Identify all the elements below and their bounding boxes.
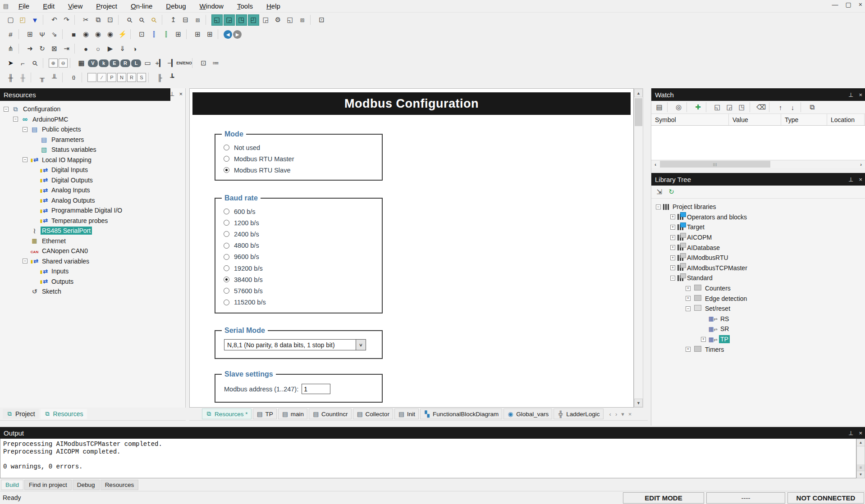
fast-build-icon[interactable]: ⚡ bbox=[117, 29, 128, 40]
step-into-icon[interactable]: ⇓ bbox=[117, 43, 128, 54]
output-log[interactable]: Preprocessing AIModbusTCPMaster complete… bbox=[0, 439, 856, 478]
document-tab[interactable]: CountIncr bbox=[309, 409, 352, 419]
tree-expander-icon[interactable]: + bbox=[670, 265, 675, 270]
copy-icon[interactable]: ⧉ bbox=[92, 14, 104, 26]
export-icon[interactable]: ↥ bbox=[168, 14, 179, 26]
output-tab[interactable]: Build bbox=[1, 480, 23, 490]
tree-expander-icon[interactable]: + bbox=[670, 225, 675, 230]
watch-properties-icon[interactable]: ▤ bbox=[654, 102, 665, 113]
document-tab[interactable]: Resources * bbox=[202, 409, 252, 419]
scroll-up-icon[interactable]: ▲ bbox=[634, 89, 643, 97]
move-up-icon[interactable]: ↑ bbox=[775, 102, 786, 113]
variable-block-icon[interactable]: V bbox=[88, 59, 98, 67]
tree-item[interactable]: CANopen CAN0 bbox=[0, 246, 185, 256]
baud-radio-option[interactable]: 4800 b/s bbox=[224, 240, 382, 251]
scroll-left-icon[interactable]: ‹ bbox=[651, 160, 659, 168]
tree-item[interactable]: + Operators and blocks bbox=[651, 212, 865, 222]
tree-item[interactable]: + Timers bbox=[651, 344, 865, 354]
tab-close-icon[interactable]: × bbox=[628, 411, 632, 418]
contact-icon[interactable] bbox=[87, 73, 96, 82]
add-symbol-icon[interactable]: ✚ bbox=[692, 102, 704, 113]
options-gear-icon[interactable]: ⚙ bbox=[272, 14, 284, 26]
radio-icon[interactable] bbox=[224, 231, 229, 237]
menu-item[interactable]: Edit bbox=[36, 1, 61, 11]
watch-horizontal-scrollbar[interactable]: ‹ ||| › bbox=[651, 160, 865, 168]
tree-expander-icon[interactable]: + bbox=[686, 296, 691, 301]
tree-expander-icon[interactable]: − bbox=[686, 306, 691, 311]
tree-item[interactable]: + TP bbox=[651, 334, 865, 345]
contact-below-icon[interactable]: ╨ bbox=[49, 72, 60, 83]
radio-icon[interactable] bbox=[224, 167, 229, 173]
menu-item[interactable]: Debug bbox=[159, 1, 192, 11]
tree-expander-icon[interactable]: + bbox=[670, 255, 675, 260]
table-view-icon[interactable]: ⊞ bbox=[173, 29, 184, 40]
watch-view-icon[interactable]: ⫿ bbox=[148, 29, 160, 40]
tree-item[interactable]: − Shared variables bbox=[0, 256, 185, 267]
page-vertical-scrollbar[interactable]: ▲ ▼ bbox=[634, 88, 643, 408]
output-vertical-scrollbar[interactable]: ▲ ≡ ▼ bbox=[856, 439, 865, 478]
move-down-icon[interactable]: ↓ bbox=[787, 102, 798, 113]
refresh-libraries-icon[interactable]: ↻ bbox=[666, 186, 677, 198]
align-icon[interactable]: ≔ bbox=[210, 58, 221, 69]
minimize-button[interactable]: — bbox=[832, 1, 838, 8]
document-tab[interactable]: Init bbox=[394, 409, 419, 419]
menu-item[interactable]: View bbox=[61, 1, 89, 11]
tree-expander-icon[interactable]: − bbox=[670, 276, 675, 281]
radio-icon[interactable] bbox=[224, 145, 229, 150]
baud-radio-option[interactable]: 19200 b/s bbox=[224, 263, 382, 274]
watch-link-icon[interactable]: ◎ bbox=[673, 102, 684, 113]
tree-item[interactable]: + Target bbox=[651, 222, 865, 232]
tree-item[interactable]: + Counters bbox=[651, 283, 865, 294]
run-icon[interactable]: ▶ bbox=[105, 43, 116, 54]
reset-icon[interactable]: ⇥ bbox=[61, 43, 72, 54]
pin-icon[interactable]: ⊥ bbox=[848, 430, 853, 436]
watch-table-body[interactable] bbox=[651, 126, 865, 160]
coil-icon[interactable]: ╟ bbox=[154, 72, 165, 83]
reload-code-icon[interactable]: ↻ bbox=[37, 43, 48, 54]
radio-icon[interactable] bbox=[224, 254, 229, 260]
scroll-right-icon[interactable]: › bbox=[857, 160, 865, 168]
editor-window-toggle-icon[interactable]: ◲ bbox=[224, 14, 235, 26]
device-assignment-icon[interactable]: # bbox=[5, 29, 16, 40]
tree-item[interactable]: + Edge detection bbox=[651, 293, 865, 304]
tree-item[interactable]: + AICOPM bbox=[651, 232, 865, 243]
branch-icon[interactable]: ┺ bbox=[166, 72, 178, 83]
document-tab[interactable]: LadderLogic bbox=[554, 409, 603, 419]
tree-item[interactable]: − Local IO Mapping bbox=[0, 155, 185, 165]
scrollbar-grip-icon[interactable]: ≡ bbox=[857, 464, 865, 471]
compile-all-icon[interactable]: ◉ bbox=[105, 29, 116, 40]
baud-radio-option[interactable]: 2400 b/s bbox=[224, 228, 382, 240]
stop-icon[interactable]: ■ bbox=[68, 29, 79, 40]
radio-icon[interactable] bbox=[224, 209, 229, 214]
grid-view-icon[interactable]: ⊞ bbox=[204, 29, 215, 40]
negated-contact-icon[interactable]: ∕ bbox=[97, 73, 106, 82]
baud-radio-option[interactable]: 1200 b/s bbox=[224, 217, 382, 228]
scrollbar-thumb[interactable]: ||| bbox=[660, 161, 770, 168]
undo-icon[interactable]: ↶ bbox=[49, 14, 60, 26]
baud-radio-option[interactable]: 38400 b/s bbox=[224, 274, 382, 285]
radio-icon[interactable] bbox=[224, 243, 229, 249]
tree-item[interactable]: SR bbox=[651, 324, 865, 334]
panel-tab[interactable]: Resources bbox=[41, 409, 87, 419]
document-tab[interactable]: main bbox=[278, 409, 307, 419]
add-library-icon[interactable]: ⇲ bbox=[654, 186, 665, 198]
document-tab[interactable]: TP bbox=[253, 409, 277, 419]
tree-item[interactable]: Ethernet bbox=[0, 236, 185, 246]
menu-item[interactable]: Tools bbox=[230, 1, 260, 11]
layout-icon[interactable]: ◱ bbox=[284, 14, 296, 26]
print-icon[interactable]: ⊟ bbox=[180, 14, 191, 26]
output-tab[interactable]: Resources bbox=[101, 480, 139, 490]
document-tab[interactable]: Collector bbox=[353, 409, 393, 419]
document-tab[interactable]: FunctionalBlockDiagram bbox=[420, 409, 502, 419]
radio-icon[interactable] bbox=[224, 220, 229, 226]
watch-column-header[interactable]: Symbol bbox=[651, 114, 729, 125]
tree-item[interactable]: + AIModbusTCPMaster bbox=[651, 263, 865, 273]
dropdown-arrow-icon[interactable]: ˅ bbox=[356, 340, 366, 350]
append-watchlist-icon[interactable]: ◳ bbox=[736, 102, 747, 113]
scroll-down-icon[interactable]: ▼ bbox=[857, 471, 865, 478]
tree-expander-icon[interactable]: − bbox=[23, 127, 27, 132]
watch-column-header[interactable]: Type bbox=[781, 114, 827, 125]
modbus-address-input[interactable] bbox=[302, 384, 330, 394]
comment-icon[interactable]: ▭ bbox=[142, 58, 153, 69]
tree-expander-icon[interactable]: + bbox=[686, 286, 691, 291]
